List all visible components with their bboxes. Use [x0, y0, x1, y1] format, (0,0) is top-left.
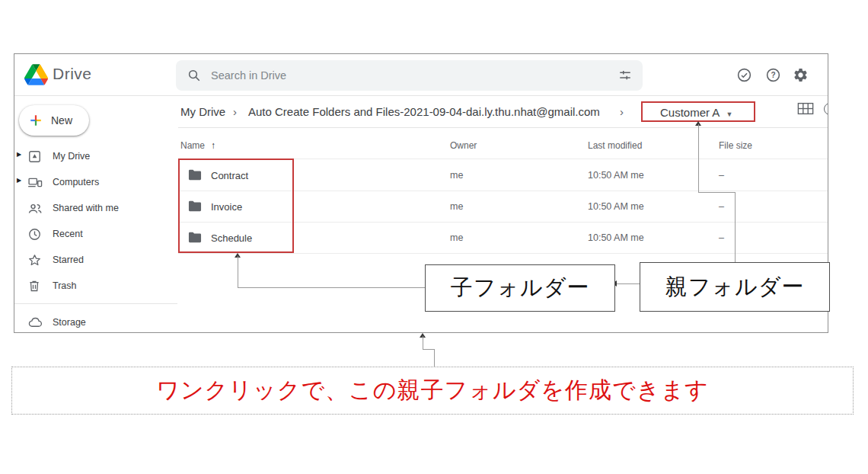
sidebar-item-computers[interactable]: ▶ Computers — [14, 170, 177, 196]
plus-icon — [29, 114, 43, 127]
computers-icon — [27, 175, 43, 190]
breadcrumb-folder[interactable]: Auto Create Folders and Files-2021-09-04… — [248, 105, 600, 118]
divider — [14, 303, 177, 304]
sidebar-item-label: Starred — [53, 255, 84, 265]
sidebar-item-label: Recent — [53, 229, 83, 239]
caption-box: ワンクリックで、この親子フォルダを作成できます — [11, 367, 854, 415]
sidebar-item-my-drive[interactable]: ▶ My Drive — [14, 144, 177, 170]
svg-text:?: ? — [771, 71, 775, 79]
new-button-label: New — [51, 114, 72, 127]
connector-line — [617, 283, 640, 284]
sidebar-item-label: Shared with me — [53, 203, 119, 213]
connector-line — [423, 336, 423, 350]
sort-ascending-icon[interactable]: ↑ — [211, 140, 215, 151]
star-icon — [27, 253, 42, 267]
cloud-icon — [27, 315, 43, 330]
sidebar-item-label: Computers — [53, 177, 99, 187]
connector-line — [423, 349, 435, 350]
page: Drive ? — [0, 0, 868, 474]
search-icon — [187, 69, 201, 85]
parent-folder-label: 親フォルダー — [665, 272, 805, 303]
connector-line — [698, 192, 736, 193]
sidebar-item-label: Storage — [53, 317, 86, 328]
highlight-box-customer-a — [641, 101, 755, 122]
my-drive-icon — [27, 149, 42, 164]
clock-icon — [27, 227, 42, 242]
sidebar-item-shared-with-me[interactable]: Shared with me — [14, 196, 177, 222]
drive-logo-icon[interactable] — [24, 64, 48, 88]
expand-arrow-icon[interactable]: ▶ — [17, 151, 21, 158]
trash-icon — [27, 279, 41, 293]
grid-view-icon[interactable] — [797, 102, 814, 118]
connector-line — [238, 287, 425, 288]
help-icon[interactable]: ? — [765, 67, 781, 86]
sidebar-item-label: My Drive — [53, 151, 90, 162]
highlight-box-child-folders — [178, 159, 294, 253]
search-input[interactable] — [211, 60, 607, 91]
sidebar-item-recent[interactable]: Recent — [14, 222, 177, 248]
sidebar-item-storage[interactable]: Storage — [14, 310, 177, 333]
chevron-right-icon: › — [233, 105, 237, 118]
sidebar-item-label: Trash — [53, 280, 77, 291]
connector-line — [698, 124, 699, 192]
divider — [178, 253, 828, 254]
child-folder-label: 子フォルダー — [451, 273, 590, 303]
chevron-right-icon: › — [620, 105, 624, 118]
column-header-modified[interactable]: Last modified — [588, 140, 642, 151]
search-bar[interactable] — [176, 60, 643, 91]
search-options-icon[interactable] — [618, 69, 632, 85]
breadcrumb-my-drive[interactable]: My Drive — [180, 105, 225, 118]
brand-title: Drive — [53, 65, 92, 83]
column-header-size[interactable]: File size — [719, 140, 752, 151]
expand-arrow-icon[interactable]: ▶ — [17, 177, 21, 184]
people-icon — [27, 201, 43, 216]
column-header-name[interactable]: Name↑ — [180, 140, 215, 151]
sidebar-item-starred[interactable]: Starred — [14, 248, 177, 274]
parent-folder-label-box: 親フォルダー — [640, 262, 830, 312]
settings-gear-icon[interactable] — [793, 67, 809, 86]
connector-line — [434, 349, 435, 367]
child-folder-label-box: 子フォルダー — [425, 264, 615, 312]
sidebar-item-trash[interactable]: Trash — [14, 274, 177, 299]
caption-text: ワンクリックで、この親子フォルダを作成できます — [156, 375, 709, 406]
drive-header: Drive ? — [14, 54, 828, 96]
new-button[interactable]: New — [19, 105, 89, 136]
offline-status-icon[interactable] — [736, 67, 752, 86]
connector-line — [238, 256, 238, 287]
column-header-owner[interactable]: Owner — [450, 140, 477, 151]
connector-line — [735, 192, 736, 262]
